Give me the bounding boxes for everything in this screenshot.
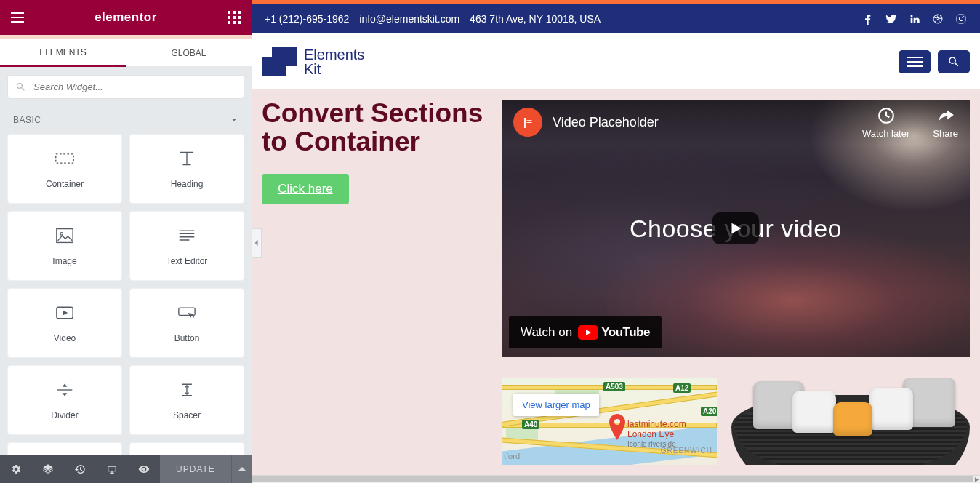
eye-icon: [138, 463, 150, 475]
widget-placeholder[interactable]: [129, 442, 244, 455]
widget-divider[interactable]: Divider: [7, 365, 122, 435]
map-embed[interactable]: A503 A12 A40 A20 View larger map lastmin…: [502, 378, 717, 465]
search-icon: [947, 55, 960, 68]
tab-global[interactable]: GLOBAL: [126, 39, 252, 66]
panel-collapse-handle[interactable]: [252, 228, 262, 258]
video-embed[interactable]: |≡ Video Placeholder Watch later Share: [502, 100, 970, 357]
widget-placeholder[interactable]: [7, 442, 122, 455]
search-input[interactable]: [33, 81, 236, 92]
widget-heading[interactable]: Heading: [129, 134, 244, 204]
nav-toggle-button[interactable]: [899, 50, 931, 73]
view-larger-map-button[interactable]: View larger map: [513, 394, 599, 416]
site-topbar: +1 (212)-695-1962 info@elementskit.com 4…: [252, 4, 980, 33]
chevron-left-icon: [254, 239, 260, 247]
preview-area: +1 (212)-695-1962 info@elementskit.com 4…: [252, 0, 980, 483]
site-logo[interactable]: Elements Kit: [262, 47, 364, 76]
widget-label: Text Editor: [166, 256, 208, 266]
heading-icon: [177, 150, 197, 167]
play-icon: [728, 220, 744, 236]
video-icon: [55, 304, 75, 322]
watch-on-youtube[interactable]: Watch on YouTube: [509, 316, 662, 348]
road-badge: A12: [673, 383, 691, 393]
widget-label: Button: [174, 333, 200, 343]
gear-icon: [10, 463, 22, 475]
twitter-icon[interactable]: [885, 13, 897, 25]
action-label: Watch later: [862, 128, 909, 139]
instagram-icon[interactable]: [955, 13, 967, 25]
topbar-email[interactable]: info@elementskit.com: [359, 13, 459, 25]
menu-icon[interactable]: [9, 9, 26, 26]
settings-button[interactable]: [0, 455, 32, 483]
divider-icon: [55, 381, 75, 399]
responsive-button[interactable]: [96, 455, 128, 483]
widget-button[interactable]: Button: [129, 288, 244, 358]
play-button[interactable]: [712, 212, 759, 244]
button-icon: [177, 304, 197, 322]
youtube-icon: [578, 325, 598, 340]
svg-rect-6: [957, 15, 965, 23]
widget-image[interactable]: Image: [7, 211, 122, 281]
responsive-icon: [106, 463, 118, 475]
map-district-label: GREENWICH: [661, 447, 712, 455]
navigator-button[interactable]: [32, 455, 64, 483]
history-icon: [74, 463, 86, 475]
road-badge: A40: [522, 420, 539, 429]
svg-rect-1: [57, 229, 73, 243]
page-body: Convert Sections to Container Click here…: [252, 89, 980, 475]
header-search-button[interactable]: [938, 50, 970, 73]
spacer-icon: [177, 381, 197, 399]
topbar-address: 463 7th Ave, NY 10018, USA: [470, 13, 601, 25]
map-corner-label: tford: [504, 452, 520, 460]
horizontal-scrollbar[interactable]: [252, 475, 980, 483]
image-icon: [55, 227, 75, 244]
map-pin-icon: [608, 414, 627, 443]
preview-button[interactable]: [128, 455, 160, 483]
svg-rect-0: [56, 154, 74, 163]
panel-tabs: ELEMENTS GLOBAL: [0, 35, 252, 66]
channel-avatar[interactable]: |≡: [513, 108, 542, 137]
publish-options-button[interactable]: [231, 455, 252, 483]
caret-up-icon: [238, 466, 246, 473]
editor-panel: elementor ELEMENTS GLOBAL BASIC Containe…: [0, 0, 252, 483]
widget-search[interactable]: [7, 75, 244, 99]
category-basic[interactable]: BASIC: [0, 105, 252, 134]
widget-text-editor[interactable]: Text Editor: [129, 211, 244, 281]
dribbble-icon[interactable]: [932, 13, 944, 25]
map-poi-label: lastminute.com London Eye Iconic riversi…: [627, 420, 686, 448]
widget-spacer[interactable]: Spacer: [129, 365, 244, 435]
topbar-phone[interactable]: +1 (212)-695-1962: [265, 13, 349, 25]
scroll-right-icon[interactable]: [973, 476, 980, 483]
brand-line-1: Elements: [304, 47, 364, 62]
editor-bottom-bar: UPDATE: [0, 455, 252, 483]
search-icon: [15, 81, 26, 92]
layers-icon: [42, 463, 54, 475]
action-label: Share: [933, 128, 958, 139]
chevron-down-icon: [230, 116, 238, 124]
text-editor-icon: [177, 227, 197, 244]
widget-label: Heading: [171, 179, 204, 189]
brand-line-2: Kit: [304, 62, 364, 76]
widget-container[interactable]: Container: [7, 134, 122, 204]
facebook-icon[interactable]: [862, 13, 874, 25]
click-here-button[interactable]: Click here: [262, 174, 349, 204]
youtube-label: YouTube: [601, 325, 650, 340]
watch-on-label: Watch on: [521, 325, 572, 340]
linkedin-icon[interactable]: [909, 13, 920, 25]
svg-point-7: [959, 17, 963, 20]
product-image: [731, 378, 970, 465]
widget-label: Container: [46, 179, 84, 189]
tab-elements[interactable]: ELEMENTS: [0, 38, 126, 67]
widget-video[interactable]: Video: [7, 288, 122, 358]
container-icon: [55, 150, 75, 167]
widget-label: Image: [52, 256, 76, 266]
share-button[interactable]: Share: [933, 106, 958, 139]
widget-label: Spacer: [173, 410, 201, 420]
history-button[interactable]: [64, 455, 96, 483]
editor-header: elementor: [0, 0, 252, 35]
watch-later-button[interactable]: Watch later: [862, 106, 909, 139]
update-button[interactable]: UPDATE: [160, 455, 231, 483]
apps-icon[interactable]: [225, 9, 243, 26]
editor-brand: elementor: [95, 10, 157, 25]
svg-point-8: [963, 16, 964, 17]
widget-label: Divider: [51, 410, 78, 420]
